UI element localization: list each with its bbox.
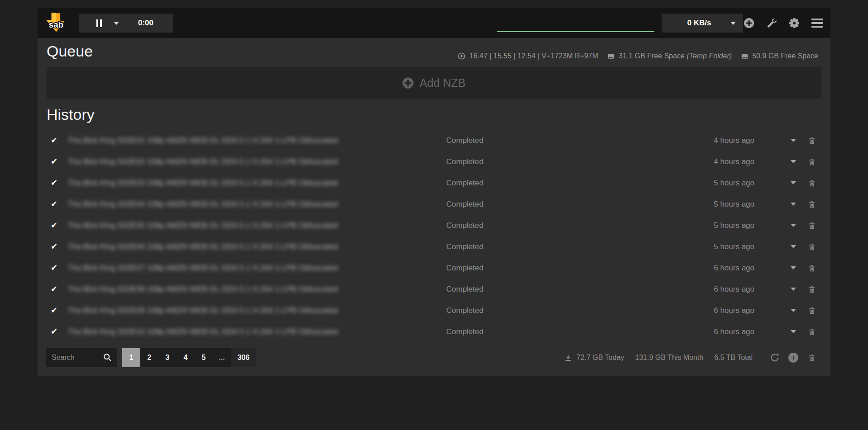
plus-circle-icon[interactable]: [744, 18, 754, 28]
table-row[interactable]: ✔ Tha Blck Klng S02E05 108p AMZN WEB-DL …: [38, 215, 830, 236]
status-label: Completed: [446, 200, 483, 209]
sab-logo[interactable]: sab: [45, 12, 67, 35]
page-button-2[interactable]: 2: [140, 348, 158, 367]
check-icon: ✔: [51, 136, 57, 144]
trash-icon[interactable]: [808, 221, 816, 230]
add-nzb-dropzone[interactable]: Add NZB: [47, 67, 821, 99]
trash-icon[interactable]: [808, 264, 816, 273]
page-ellipsis: ...: [213, 348, 231, 367]
chevron-down-icon[interactable]: [791, 309, 796, 312]
status-label: Completed: [446, 221, 483, 230]
check-icon: ✔: [51, 200, 57, 208]
wrench-icon[interactable]: [767, 18, 777, 28]
search-box[interactable]: [46, 348, 117, 367]
table-row[interactable]: ✔ Tha Blck Klng S02E07 108p AMZN WEB-DL …: [38, 258, 830, 279]
trash-icon[interactable]: [808, 306, 816, 315]
check-icon: ✔: [51, 306, 57, 314]
history-title: History: [47, 106, 95, 123]
status-label: Completed: [446, 179, 483, 188]
chevron-down-icon[interactable]: [114, 22, 119, 25]
trash-icon[interactable]: [808, 157, 816, 166]
status-label: Completed: [446, 327, 483, 336]
check-icon: ✔: [51, 179, 57, 187]
status-label: Completed: [446, 285, 483, 294]
trash-icon[interactable]: [808, 353, 816, 363]
chevron-down-icon[interactable]: [791, 245, 796, 248]
download-name[interactable]: Tha Blck Klng S02E08 108p AMZN WEB-DL DD…: [68, 285, 380, 294]
trash-icon[interactable]: [808, 327, 816, 336]
check-icon: ✔: [51, 327, 57, 335]
age-label: 5 hours ago: [714, 200, 754, 209]
download-name[interactable]: Tha Blck Klng S02E05 108p AMZN WEB-DL DD…: [68, 221, 380, 230]
page-button-5[interactable]: 5: [195, 348, 213, 367]
age-label: 5 hours ago: [714, 221, 754, 230]
table-row[interactable]: ✔ Tha Blck Klng S02E09 108p AMZN WEB-DL …: [38, 300, 830, 321]
svg-text:sab: sab: [49, 20, 63, 29]
gear-icon[interactable]: [789, 18, 799, 28]
chevron-down-icon[interactable]: [791, 330, 796, 333]
search-icon: [103, 353, 112, 362]
status-label: Completed: [446, 157, 483, 166]
age-label: 4 hours ago: [714, 157, 754, 166]
refresh-icon[interactable]: [770, 353, 780, 363]
disk-free-space-stat: 50.9 GB Free Space: [741, 52, 818, 60]
table-row[interactable]: ✔ Tha Blck Klng S02E01 108p AMZN WEB-DL …: [38, 130, 830, 151]
check-icon: ✔: [51, 157, 57, 165]
temp-folder-note: (Temp Folder): [687, 52, 732, 60]
check-icon: ✔: [51, 285, 57, 293]
table-row[interactable]: ✔ Tha Blck Klng S02E06 108p AMZN WEB-DL …: [38, 236, 830, 258]
download-name[interactable]: Tha Blck Klng S02E10 108p AMZN WEB-DL DD…: [68, 327, 380, 336]
page-button-3[interactable]: 3: [158, 348, 176, 367]
table-row[interactable]: ✔ Tha Blck Klng S02E08 108p AMZN WEB-DL …: [38, 279, 830, 300]
chevron-down-icon[interactable]: [791, 181, 796, 184]
chevron-down-icon[interactable]: [791, 139, 796, 142]
hamburger-icon[interactable]: [811, 19, 823, 28]
table-row[interactable]: ✔ Tha Blck Klng S02E04 108p AMZN WEB-DL …: [38, 194, 830, 215]
table-row[interactable]: ✔ Tha Blck Klng S02E10 108p AMZN WEB-DL …: [38, 321, 830, 343]
table-row[interactable]: ✔ Tha Blck Klng S02E02 108p AMZN WEB-DL …: [38, 151, 830, 173]
transfer-stats: 72.7 GB Today 131.9 GB This Month 6.5 TB…: [564, 348, 753, 367]
chevron-down-icon[interactable]: [791, 160, 796, 163]
download-name[interactable]: Tha Blck Klng S02E02 108p AMZN WEB-DL DD…: [68, 157, 380, 166]
month-stat: 131.9 GB This Month: [635, 354, 703, 362]
hdd-icon: [741, 52, 749, 60]
trash-icon[interactable]: [808, 242, 816, 251]
speed-value: 0 KB/s: [662, 19, 730, 28]
chevron-down-icon[interactable]: [791, 288, 796, 291]
download-name[interactable]: Tha Blck Klng S02E09 108p AMZN WEB-DL DD…: [68, 306, 380, 315]
age-label: 6 hours ago: [714, 285, 754, 294]
queue-stats: 16.47 | 15.55 | 12.54 | V=1723M R=97M 31…: [458, 52, 818, 60]
trash-icon[interactable]: [808, 285, 816, 294]
chevron-down-icon[interactable]: [791, 224, 796, 227]
hdd-icon: [607, 52, 615, 60]
download-name[interactable]: Tha Blck Klng S02E01 108p AMZN WEB-DL DD…: [68, 136, 380, 145]
trash-icon[interactable]: [808, 179, 816, 188]
table-row[interactable]: ✔ Tha Blck Klng S02E03 108p AMZN WEB-DL …: [38, 173, 830, 194]
trash-icon[interactable]: [808, 200, 816, 209]
pagination: 1 2 3 4 5 ... 306: [122, 348, 256, 367]
pause-icon[interactable]: [96, 19, 102, 27]
chevron-down-icon: [730, 22, 736, 25]
download-name[interactable]: Tha Blck Klng S02E06 108p AMZN WEB-DL DD…: [68, 242, 380, 251]
today-stat: 72.7 GB Today: [564, 354, 625, 362]
pause-controls[interactable]: 0:00: [79, 14, 173, 33]
page-button-1[interactable]: 1: [122, 348, 140, 367]
target-icon: [458, 52, 466, 60]
speed-dropdown[interactable]: 0 KB/s: [662, 14, 743, 33]
page-button-4[interactable]: 4: [176, 348, 195, 367]
exclamation-circle-icon[interactable]: !: [788, 353, 798, 363]
age-label: 5 hours ago: [714, 179, 754, 188]
status-label: Completed: [446, 136, 483, 145]
temp-free-space-stat: 31.1 GB Free Space (Temp Folder): [607, 52, 732, 60]
sabnzbd-app: sab 0:00 0 KB/s: [38, 8, 830, 376]
chevron-down-icon[interactable]: [791, 203, 796, 206]
system-load-stat: 16.47 | 15.55 | 12.54 | V=1723M R=97M: [458, 52, 598, 60]
age-label: 6 hours ago: [714, 327, 754, 336]
download-name[interactable]: Tha Blck Klng S02E04 108p AMZN WEB-DL DD…: [68, 200, 380, 209]
add-nzb-label: Add NZB: [420, 76, 465, 90]
chevron-down-icon[interactable]: [791, 266, 796, 269]
download-name[interactable]: Tha Blck Klng S02E07 108p AMZN WEB-DL DD…: [68, 264, 380, 273]
download-name[interactable]: Tha Blck Klng S02E03 108p AMZN WEB-DL DD…: [68, 179, 380, 188]
page-button-306[interactable]: 306: [231, 348, 256, 367]
trash-icon[interactable]: [808, 136, 816, 145]
